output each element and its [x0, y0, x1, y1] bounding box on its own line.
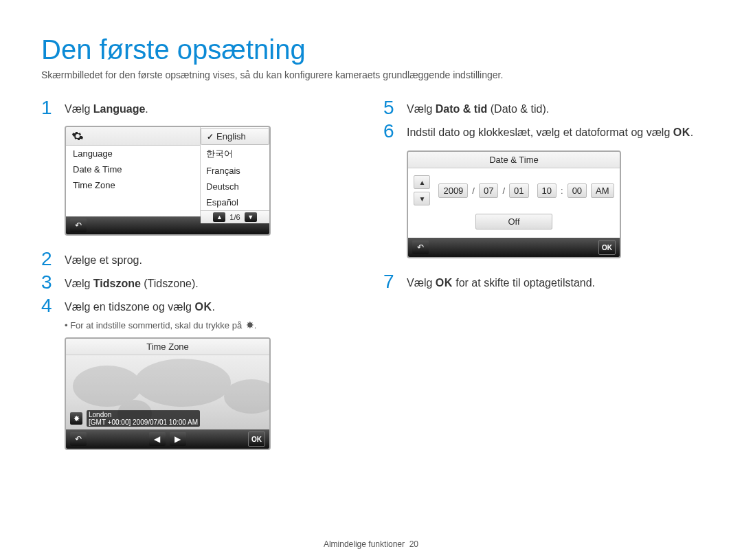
ok-label: OK — [673, 126, 690, 138]
language-screen: Language Date & Time Time Zone English 한… — [65, 126, 271, 236]
world-map[interactable]: London [GMT +00:00] 2009/07/01 10:00 AM — [66, 355, 269, 429]
datetime-title: Date & Time — [408, 152, 620, 168]
step-6: 6 Indstil dato og klokkeslæt, vælg et da… — [383, 122, 701, 141]
step-text: Vælg — [65, 278, 93, 289]
step-text: Vælge et sprog. — [65, 249, 142, 269]
step-bold: Tidszone — [93, 278, 141, 289]
svg-point-2 — [224, 379, 269, 414]
gear-icon — [66, 127, 200, 146]
minute-value[interactable]: 00 — [567, 183, 587, 198]
step-text: Indstil dato og klokkeslæt, vælg et dato… — [407, 126, 673, 138]
step-number: 4 — [41, 296, 56, 315]
step-number: 3 — [41, 273, 56, 292]
pager-label: 1/6 — [229, 213, 240, 221]
spin-up-button[interactable]: ▲ — [414, 175, 430, 189]
spin-down-button[interactable]: ▼ — [414, 192, 430, 205]
dst-icon[interactable] — [70, 412, 82, 425]
step-1: 1 Vælg Language. — [41, 98, 359, 117]
step-5: 5 Vælg Dato & tid (Dato & tid). — [383, 98, 701, 117]
step-bold: Dato & tid — [436, 103, 488, 115]
step-text: Vælg — [65, 103, 93, 115]
menu-item-language[interactable]: Language — [66, 146, 200, 161]
step-3: 3 Vælg Tidszone (Tidszone). — [41, 273, 359, 292]
ok-label: OK — [436, 277, 453, 289]
lang-option-french[interactable]: Français — [201, 163, 269, 179]
hour-value[interactable]: 10 — [537, 183, 556, 198]
lang-pager: ▲ 1/6 ▼ — [201, 210, 269, 223]
datetime-screen: Date & Time ▲ ▼ 2009 / 07 / 01 10 — [407, 150, 621, 258]
step-number: 6 — [383, 122, 398, 141]
lang-option-german[interactable]: Deutsch — [201, 179, 269, 194]
menu-item-timezone[interactable]: Time Zone — [66, 177, 200, 193]
prev-button[interactable]: ◀ — [149, 432, 166, 446]
step-bold: Language — [93, 103, 146, 115]
month-value[interactable]: 07 — [479, 183, 498, 198]
lang-option-english[interactable]: English — [201, 128, 269, 145]
step-text: (Dato & tid). — [487, 103, 549, 115]
back-button[interactable]: ↶ — [70, 432, 87, 446]
step-text: . — [145, 103, 148, 115]
day-value[interactable]: 01 — [509, 183, 528, 198]
timezone-city: London — [89, 411, 111, 418]
check-icon — [207, 131, 214, 142]
page-footer: Almindelige funktioner 20 — [0, 539, 742, 549]
step-number: 7 — [383, 272, 398, 291]
lang-option-spanish[interactable]: Español — [201, 194, 269, 210]
step-7: 7 Vælg OK for at skifte til optagetilsta… — [383, 272, 701, 291]
step-text: (Tidszone). — [141, 278, 199, 289]
year-value[interactable]: 2009 — [438, 183, 468, 198]
ok-label: OK — [194, 301, 212, 313]
date-format-button[interactable]: Off — [475, 214, 552, 229]
separator: : — [561, 186, 563, 196]
step-number: 5 — [383, 98, 398, 117]
timezone-screen: Time Zone London [GMT +00:00] 2009/07/01… — [65, 337, 271, 450]
sun-icon — [245, 320, 254, 331]
ok-button[interactable]: OK — [248, 432, 265, 447]
next-button[interactable]: ▶ — [170, 432, 186, 446]
lang-option-korean[interactable]: 한국어 — [201, 145, 269, 163]
separator: / — [502, 186, 505, 196]
back-button[interactable]: ↶ — [70, 219, 87, 232]
step-4: 4 Vælg en tidszone og vælg OK. — [41, 296, 359, 315]
menu-item-datetime[interactable]: Date & Time — [66, 161, 200, 177]
step-text: for at skifte til optagetilstand. — [453, 277, 595, 289]
page-title: Den første opsætning — [41, 34, 701, 65]
pager-up-icon[interactable]: ▲ — [213, 212, 225, 222]
svg-point-1 — [135, 359, 231, 407]
step-text: Vælg — [407, 277, 436, 289]
timezone-detail: [GMT +00:00] 2009/07/01 10:00 AM — [89, 418, 198, 426]
step-number: 2 — [41, 249, 56, 269]
pager-down-icon[interactable]: ▼ — [245, 212, 257, 222]
step-number: 1 — [41, 98, 56, 117]
step-text: Vælg — [407, 103, 436, 115]
timezone-title: Time Zone — [66, 339, 269, 355]
intro-text: Skærmbilledet for den første opsætning v… — [41, 69, 701, 80]
step-2: 2 Vælge et sprog. — [41, 249, 359, 269]
step-text: . — [690, 126, 693, 138]
separator: / — [472, 186, 475, 196]
step-text: . — [212, 301, 214, 313]
back-button[interactable]: ↶ — [412, 240, 429, 254]
step-4-note: • For at indstille sommertid, skal du tr… — [65, 320, 359, 331]
ok-button[interactable]: OK — [598, 240, 616, 255]
ampm-value[interactable]: AM — [591, 183, 614, 198]
step-text: Vælg en tidszone og vælg — [65, 301, 194, 313]
